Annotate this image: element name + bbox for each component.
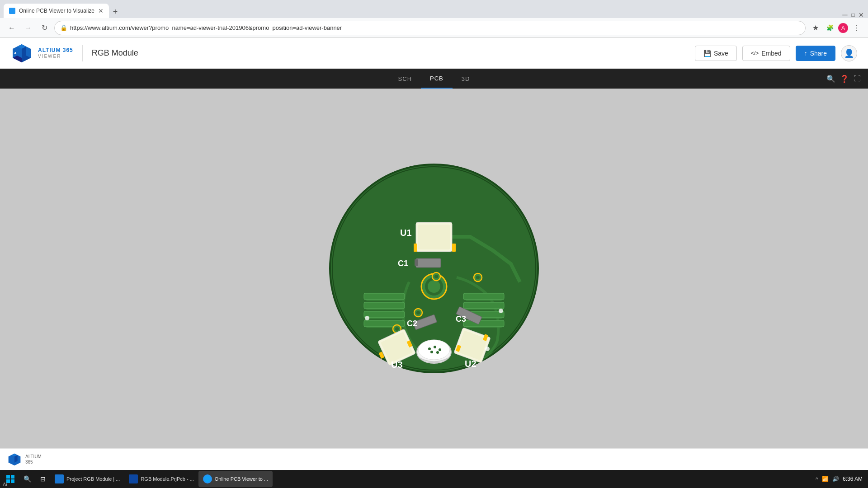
svg-rect-73 bbox=[11, 475, 14, 479]
svg-text:C3: C3 bbox=[456, 314, 466, 324]
ai-label: Ai bbox=[0, 481, 10, 488]
address-bar[interactable]: 🔒 https://www.altium.com/viewer?promo_na… bbox=[54, 21, 806, 35]
svg-rect-75 bbox=[11, 479, 14, 483]
share-button[interactable]: ↑ Share bbox=[796, 46, 835, 61]
svg-point-34 bbox=[365, 316, 369, 320]
minimize-button[interactable]: ─ bbox=[842, 12, 848, 18]
close-window-button[interactable]: ✕ bbox=[858, 12, 864, 18]
forward-button[interactable]: → bbox=[22, 22, 34, 34]
tab-favicon bbox=[9, 8, 15, 14]
taskbar-item-browser-label: Online PCB Viewer to ... bbox=[215, 476, 268, 482]
svg-rect-23 bbox=[414, 244, 417, 252]
extensions-button[interactable]: 🧩 bbox=[824, 22, 836, 34]
user-avatar-button[interactable]: 👤 bbox=[841, 45, 857, 61]
svg-point-19 bbox=[428, 280, 440, 293]
url-text: https://www.altium.com/viewer?promo_name… bbox=[70, 24, 342, 31]
svg-point-43 bbox=[416, 311, 420, 314]
embed-icon: </> bbox=[751, 50, 759, 56]
bottom-logo: ALTIUM 365 bbox=[7, 452, 42, 467]
svg-point-65 bbox=[439, 348, 441, 351]
svg-text:C2: C2 bbox=[407, 319, 417, 328]
taskbar-item-project[interactable]: Project RGB Module | ... bbox=[50, 471, 124, 487]
viewer-toolbar: SCH PCB 3D 🔍 ❓ ⛶ bbox=[0, 69, 868, 89]
bottom-logo-icon bbox=[7, 452, 22, 467]
taskbar-item-pcb-label: RGB Module.PrjPcb - ... bbox=[141, 476, 193, 482]
svg-rect-32 bbox=[364, 311, 405, 318]
svg-text:U1: U1 bbox=[400, 228, 412, 238]
taskbar-item-pcb[interactable]: RGB Module.PrjPcb - ... bbox=[124, 471, 198, 487]
app-header: A ALTIUM 365 VIEWER RGB Module 💾 Save </… bbox=[0, 38, 868, 69]
fullscreen-icon[interactable]: ⛶ bbox=[854, 75, 861, 83]
pcb-canvas[interactable]: U1 C1 bbox=[0, 89, 868, 448]
save-button[interactable]: 💾 Save bbox=[695, 46, 737, 61]
save-icon: 💾 bbox=[703, 50, 711, 57]
svg-rect-38 bbox=[463, 320, 504, 327]
svg-rect-25 bbox=[416, 258, 441, 267]
app-product: VIEWER bbox=[38, 54, 73, 59]
tab-pcb[interactable]: PCB bbox=[421, 69, 453, 89]
tab-3d[interactable]: 3D bbox=[453, 69, 479, 89]
embed-button[interactable]: </> Embed bbox=[742, 46, 790, 61]
svg-rect-72 bbox=[6, 475, 10, 479]
svg-point-41 bbox=[476, 276, 480, 279]
security-icon: 🔒 bbox=[60, 24, 67, 31]
windows-taskbar: 🔍 ⊟ Project RGB Module | ... RGB Module.… bbox=[0, 470, 868, 488]
svg-rect-36 bbox=[463, 302, 504, 309]
svg-text:U2: U2 bbox=[465, 359, 476, 369]
svg-point-39 bbox=[499, 309, 503, 313]
back-button[interactable]: ← bbox=[5, 22, 18, 34]
taskbar-clock[interactable]: 6:36 AM bbox=[843, 476, 863, 482]
svg-point-67 bbox=[436, 351, 439, 354]
logo-area: A ALTIUM 365 VIEWER bbox=[11, 42, 73, 64]
tab-sch[interactable]: SCH bbox=[389, 69, 421, 89]
tray-icon-1[interactable]: ^ bbox=[816, 476, 818, 483]
new-tab-button[interactable]: + bbox=[109, 5, 122, 18]
svg-rect-30 bbox=[364, 293, 405, 300]
taskbar-item-browser[interactable]: 🌐 Online PCB Viewer to ... bbox=[198, 471, 273, 487]
tab-3d-label: 3D bbox=[462, 75, 470, 82]
svg-point-58 bbox=[485, 347, 490, 351]
menu-button[interactable]: ⋮ bbox=[850, 22, 863, 34]
pcb-board-svg: U1 C1 bbox=[321, 155, 547, 381]
svg-point-64 bbox=[434, 346, 436, 348]
app-brand: ALTIUM 365 bbox=[38, 47, 73, 53]
header-divider bbox=[82, 45, 83, 61]
search-icon[interactable]: 🔍 bbox=[826, 75, 835, 83]
bottom-bar: ALTIUM 365 bbox=[0, 448, 868, 470]
taskbar-item-project-label: Project RGB Module | ... bbox=[66, 476, 120, 482]
taskbar-system-tray: ^ 📶 🔊 6:36 AM bbox=[816, 476, 866, 483]
svg-point-47 bbox=[395, 327, 399, 331]
avatar-icon: 👤 bbox=[844, 48, 854, 58]
tab-close-button[interactable]: ✕ bbox=[98, 7, 104, 14]
svg-text:U3: U3 bbox=[391, 360, 403, 370]
bottom-brand-text: ALTIUM 365 bbox=[25, 454, 42, 465]
svg-rect-21 bbox=[418, 225, 450, 249]
tab-pcb-label: PCB bbox=[430, 75, 443, 82]
share-icon: ↑ bbox=[804, 50, 807, 57]
altium-logo: A bbox=[11, 42, 33, 64]
svg-text:C1: C1 bbox=[398, 259, 408, 268]
help-icon[interactable]: ❓ bbox=[840, 75, 849, 83]
browser-tab[interactable]: Online PCB Viewer to Visualize ✕ bbox=[4, 4, 109, 18]
project-name: RGB Module bbox=[92, 48, 138, 58]
svg-point-29 bbox=[434, 275, 438, 278]
svg-rect-35 bbox=[463, 293, 504, 300]
svg-point-63 bbox=[428, 347, 431, 350]
taskbar-search[interactable]: 🔍 bbox=[19, 471, 36, 487]
tray-volume-icon[interactable]: 🔊 bbox=[832, 476, 839, 482]
bookmark-button[interactable]: ★ bbox=[809, 22, 822, 34]
svg-rect-26 bbox=[415, 259, 418, 266]
svg-point-66 bbox=[430, 351, 433, 353]
svg-rect-24 bbox=[452, 244, 456, 252]
taskbar-task-view[interactable]: ⊟ bbox=[36, 471, 50, 487]
refresh-button[interactable]: ↻ bbox=[38, 22, 51, 34]
profile-button[interactable]: A bbox=[838, 23, 848, 33]
svg-point-62 bbox=[418, 340, 450, 360]
save-label: Save bbox=[714, 50, 728, 57]
svg-rect-31 bbox=[364, 302, 405, 309]
tray-network-icon[interactable]: 📶 bbox=[822, 476, 829, 482]
embed-label: Embed bbox=[761, 50, 781, 57]
share-label: Share bbox=[810, 50, 827, 57]
svg-text:A: A bbox=[14, 51, 17, 55]
restore-button[interactable]: □ bbox=[850, 12, 856, 18]
